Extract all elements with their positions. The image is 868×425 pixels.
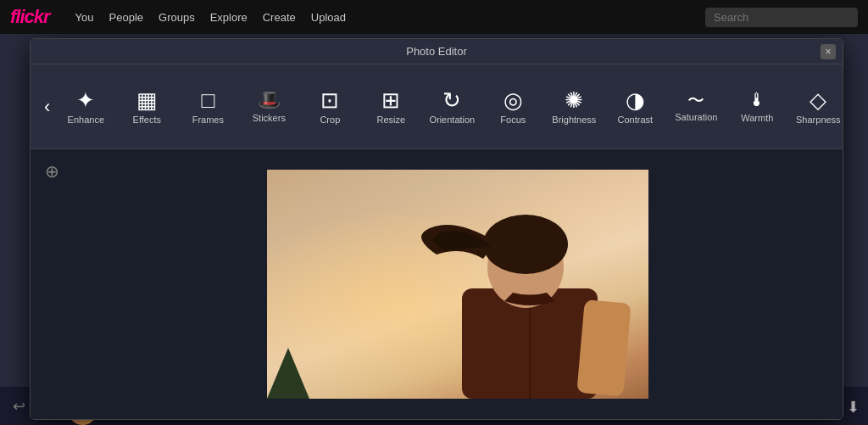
svg-point-4 xyxy=(483,215,568,274)
modal-title: Photo Editor xyxy=(406,45,467,58)
toolbar-items: ✦ Enhance ▦ Effects □ Frames 🎩 Stickers … xyxy=(57,73,843,141)
contrast-icon: ◑ xyxy=(626,89,645,111)
enhance-label: Enhance xyxy=(68,115,104,125)
tool-sharpness[interactable]: ◇ Sharpness xyxy=(789,73,843,141)
brightness-icon: ✺ xyxy=(565,89,583,111)
tool-warmth[interactable]: 🌡 Warmth xyxy=(728,73,786,141)
focus-label: Focus xyxy=(500,115,526,125)
warmth-icon: 🌡 xyxy=(748,91,766,109)
nav-people[interactable]: People xyxy=(109,11,143,24)
orientation-icon: ↻ xyxy=(442,89,461,111)
focus-icon: ◎ xyxy=(504,89,523,111)
tool-frames[interactable]: □ Frames xyxy=(179,73,236,141)
contrast-label: Contrast xyxy=(618,115,654,125)
tool-saturation[interactable]: 〜 Saturation xyxy=(667,73,725,141)
editor-body: ⊕ xyxy=(31,149,843,419)
saturation-icon: 〜 xyxy=(687,92,704,109)
saturation-label: Saturation xyxy=(675,112,717,122)
nav-create[interactable]: Create xyxy=(263,11,296,24)
nav-groups[interactable]: Groups xyxy=(159,11,195,24)
topbar-nav: You People Groups Explore Create Upload xyxy=(75,11,346,24)
nav-explore[interactable]: Explore xyxy=(210,11,248,24)
crop-icon: ⊡ xyxy=(320,89,339,111)
tool-crop[interactable]: ⊡ Crop xyxy=(301,73,359,141)
frames-label: Frames xyxy=(192,115,224,125)
toolbar-left-arrow[interactable]: ‹ xyxy=(37,96,57,118)
editor-sidebar: ⊕ xyxy=(31,149,73,419)
topbar: flickr You People Groups Explore Create … xyxy=(0,0,868,34)
undo-icon[interactable]: ↩ xyxy=(13,397,25,416)
stickers-label: Stickers xyxy=(253,113,286,123)
photo-editor-modal: Photo Editor × ‹ ✦ Enhance ▦ Effects □ F… xyxy=(30,38,843,420)
tool-focus[interactable]: ◎ Focus xyxy=(484,73,542,141)
photo-preview xyxy=(267,170,648,399)
toolbar: ‹ ✦ Enhance ▦ Effects □ Frames 🎩 Sticker… xyxy=(31,64,843,149)
sharpness-label: Sharpness xyxy=(796,115,841,125)
flickr-logo[interactable]: flickr xyxy=(10,6,50,28)
editor-canvas xyxy=(73,149,843,419)
resize-label: Resize xyxy=(377,115,406,125)
search-input[interactable] xyxy=(705,8,858,27)
tool-stickers[interactable]: 🎩 Stickers xyxy=(240,73,298,141)
tool-resize[interactable]: ⊞ Resize xyxy=(362,73,420,141)
tool-orientation[interactable]: ↻ Orientation xyxy=(423,73,481,141)
tool-enhance[interactable]: ✦ Enhance xyxy=(57,73,114,141)
effects-icon: ▦ xyxy=(136,89,158,111)
modal-close-button[interactable]: × xyxy=(821,44,836,59)
crop-label: Crop xyxy=(320,115,340,125)
resize-icon: ⊞ xyxy=(381,89,400,111)
brightness-label: Brightness xyxy=(552,115,596,125)
zoom-icon[interactable]: ⊕ xyxy=(45,161,59,182)
download-icon[interactable]: ⬇ xyxy=(847,398,860,417)
nav-upload[interactable]: Upload xyxy=(311,11,346,24)
effects-label: Effects xyxy=(133,115,161,125)
sharpness-icon: ◇ xyxy=(810,89,826,111)
page-background: ↩ ↪ Back mombeams ⬇ Photo Editor × ‹ ✦ E… xyxy=(0,34,868,425)
svg-rect-1 xyxy=(576,299,631,396)
tool-contrast[interactable]: ◑ Contrast xyxy=(606,73,664,141)
modal-titlebar: Photo Editor × xyxy=(31,39,843,64)
tool-effects[interactable]: ▦ Effects xyxy=(118,73,175,141)
warmth-label: Warmth xyxy=(741,113,773,123)
person-figure xyxy=(267,170,648,399)
enhance-icon: ✦ xyxy=(76,89,95,111)
tool-brightness[interactable]: ✺ Brightness xyxy=(545,73,603,141)
nav-you[interactable]: You xyxy=(75,11,94,24)
stickers-icon: 🎩 xyxy=(258,91,281,109)
orientation-label: Orientation xyxy=(429,115,475,125)
frames-icon: □ xyxy=(201,89,214,111)
